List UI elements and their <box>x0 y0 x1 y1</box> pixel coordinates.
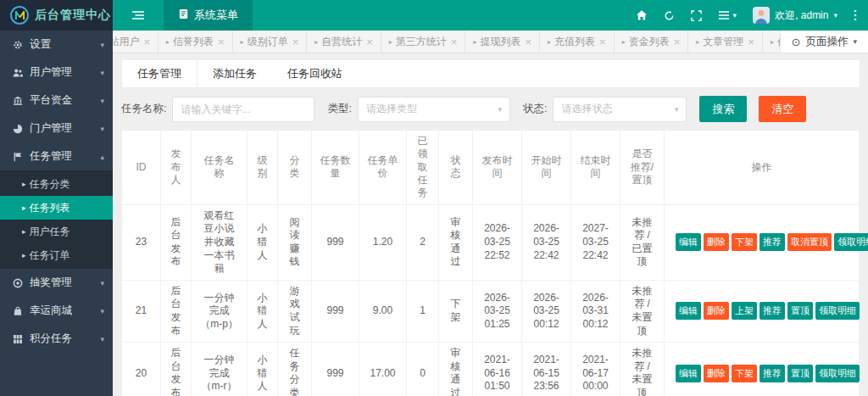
tab-label: 第三方统计 <box>396 35 447 49</box>
column-header: 发布人 <box>161 131 192 205</box>
menu-list-icon[interactable]: ▾ <box>718 10 737 20</box>
sidebar-item-抽奖管理[interactable]: 抽奖管理▾ <box>0 269 113 297</box>
clear-button[interactable]: 清空 <box>759 96 806 122</box>
cell-level: 小猎人 <box>248 280 278 342</box>
action-button-领取明细[interactable]: 领取明细 <box>834 233 868 251</box>
more-icon[interactable] <box>854 9 857 21</box>
sidebar-item-用户管理[interactable]: 用户管理▾ <box>0 59 113 86</box>
sidebar-item-门户管理[interactable]: 门户管理▾ <box>0 114 113 142</box>
action-button-置顶[interactable]: 置顶 <box>787 365 813 382</box>
action-button-置顶[interactable]: 置顶 <box>787 302 813 320</box>
cell-publisher: 后台发布 <box>161 204 192 280</box>
triangle-right-icon: ▸ <box>548 38 551 46</box>
action-button-领取明细[interactable]: 领取明细 <box>815 302 860 320</box>
action-button-推荐[interactable]: 推荐 <box>760 233 785 251</box>
triangle-right-icon: ▸ <box>22 172 26 196</box>
type-label: 类型: <box>327 102 351 116</box>
sidebar-item-label: 门户管理 <box>30 121 72 136</box>
sidebar-item-积分任务[interactable]: 积分任务▾ <box>0 325 113 353</box>
content-tab-任务回收站[interactable]: 任务回收站 <box>272 60 358 87</box>
column-header: 级别 <box>248 131 278 205</box>
action-button-编辑[interactable]: 编辑 <box>676 233 701 251</box>
sidebar-item-平台资金[interactable]: 平台资金▾ <box>0 86 113 114</box>
lottery-icon <box>13 278 24 288</box>
sidebar-subitem-用户任务[interactable]: ▸用户任务 <box>0 220 113 243</box>
search-button[interactable]: 搜索 <box>699 96 747 122</box>
cell-publish_time: 2026-03-25 01:25 <box>473 280 522 342</box>
close-icon[interactable]: × <box>292 36 299 48</box>
cell-publish_time: 2021-06-16 01:50 <box>473 343 522 396</box>
sidebar-item-幸运商城[interactable]: 幸运商城▾ <box>0 297 113 325</box>
type-select[interactable]: 请选择类型 ▾ <box>358 97 510 122</box>
chevron-down-icon: ▾ <box>100 125 104 133</box>
opened-tab-提现列表[interactable]: ▸提现列表× <box>465 31 540 53</box>
status-select[interactable]: 请选择状态 ▾ <box>553 97 687 122</box>
task-name-input[interactable] <box>172 97 314 122</box>
action-button-删除[interactable]: 删除 <box>704 365 729 382</box>
content-tab-任务管理[interactable]: 任务管理 <box>121 60 198 87</box>
action-button-推荐[interactable]: 推荐 <box>760 365 785 382</box>
filter-bar: 任务名称: 类型: 请选择类型 ▾ 状态: 请选择状态 ▾ 搜索 清空 <box>121 96 860 122</box>
action-button-删除[interactable]: 删除 <box>704 302 729 320</box>
action-button-上架[interactable]: 上架 <box>732 302 757 320</box>
sidebar-item-设置[interactable]: 设置▾ <box>0 31 113 59</box>
user-menu[interactable]: 欢迎, admin ▾ <box>753 7 837 24</box>
cell-level: 小猎人 <box>248 204 278 280</box>
cell-publisher: 后台发布 <box>161 343 192 396</box>
cell-category: 任务分类 <box>278 343 312 396</box>
home-icon[interactable] <box>636 9 648 21</box>
opened-tabs-bar: ▸站用户×▸信誉列表×▸级别订单×▸自营统计×▸第三方统计×▸提现列表×▸充值列… <box>113 31 868 53</box>
opened-tab-自营统计[interactable]: ▸自营统计× <box>307 31 381 53</box>
cell-count: 999 <box>312 280 359 342</box>
fullscreen-icon[interactable] <box>691 10 702 21</box>
app-title: 后台管理中心 <box>35 8 111 23</box>
close-icon[interactable]: × <box>525 36 531 48</box>
action-button-编辑[interactable]: 编辑 <box>676 302 701 320</box>
chevron-down-icon: ▾ <box>675 105 679 114</box>
close-icon[interactable]: × <box>218 36 225 48</box>
sidebar-subitem-任务订单[interactable]: ▸任务订单 <box>0 243 113 267</box>
opened-tab-第三方统计[interactable]: ▸第三方统计× <box>381 31 466 53</box>
sidebar-item-label: 平台资金 <box>30 93 72 108</box>
tab-label: 资金列表 <box>629 35 670 49</box>
action-button-取消置顶[interactable]: 取消置顶 <box>787 233 832 251</box>
action-button-领取明细[interactable]: 领取明细 <box>815 365 860 382</box>
close-icon[interactable]: × <box>451 36 458 48</box>
sidebar-collapse-icon[interactable] <box>113 0 164 31</box>
table-row: 21后台发布一分钟完成（m-p）小猎人游戏试玩9999.001下架2026-03… <box>122 280 860 342</box>
action-button-删除[interactable]: 删除 <box>704 233 729 251</box>
close-icon[interactable]: × <box>674 36 681 48</box>
opened-tab-资金列表[interactable]: ▸资金列表× <box>615 31 689 53</box>
sidebar-subitem-任务分类[interactable]: ▸任务分类 <box>0 172 113 196</box>
sidebar-subitem-任务列表[interactable]: ▸任务列表 <box>0 196 113 220</box>
refresh-icon[interactable] <box>664 10 675 21</box>
close-icon[interactable]: × <box>748 36 754 48</box>
column-header: 任务数量 <box>312 131 359 205</box>
cell-claimed: 0 <box>407 343 439 396</box>
content-tab-添加任务[interactable]: 添加任务 <box>198 60 272 87</box>
table-header-row: ID发布人任务名称级别分类任务数量任务单价已领取任务状态发布时间开始时间结束时间… <box>122 131 860 205</box>
system-menu-tab[interactable]: 系统菜单 <box>164 0 253 31</box>
action-button-下架[interactable]: 下架 <box>732 365 757 382</box>
opened-tab-级别订单[interactable]: ▸级别订单× <box>233 31 308 53</box>
header-actions: ▾ 欢迎, admin ▾ <box>636 0 868 31</box>
opened-tab-站用户[interactable]: ▸站用户× <box>113 31 159 53</box>
cell-end_time: 2027-03-25 22:42 <box>571 204 620 280</box>
points-icon <box>13 334 24 344</box>
close-icon[interactable]: × <box>143 36 150 48</box>
action-button-下架[interactable]: 下架 <box>732 233 757 251</box>
opened-tab-文章管理[interactable]: ▸文章管理× <box>688 31 763 53</box>
page-action-dropdown[interactable]: ⊙ 页面操作 ▾ <box>780 31 868 53</box>
opened-tab-充值列表[interactable]: ▸充值列表× <box>540 31 615 53</box>
action-button-编辑[interactable]: 编辑 <box>676 365 701 382</box>
sidebar-item-任务管理[interactable]: 任务管理▴ <box>0 142 113 170</box>
cell-actions: 编辑删除下架推荐置顶领取明细 <box>665 343 860 396</box>
top-header: 后台管理中心 系统菜单 <box>0 0 868 31</box>
triangle-right-icon: ▸ <box>622 38 626 46</box>
cell-actions: 编辑删除上架推荐置顶领取明细 <box>665 280 860 342</box>
close-icon[interactable]: × <box>366 36 373 48</box>
action-button-推荐[interactable]: 推荐 <box>760 302 785 320</box>
close-icon[interactable]: × <box>599 36 606 48</box>
cell-category: 阅读赚钱 <box>278 204 312 280</box>
opened-tab-信誉列表[interactable]: ▸信誉列表× <box>159 31 233 53</box>
